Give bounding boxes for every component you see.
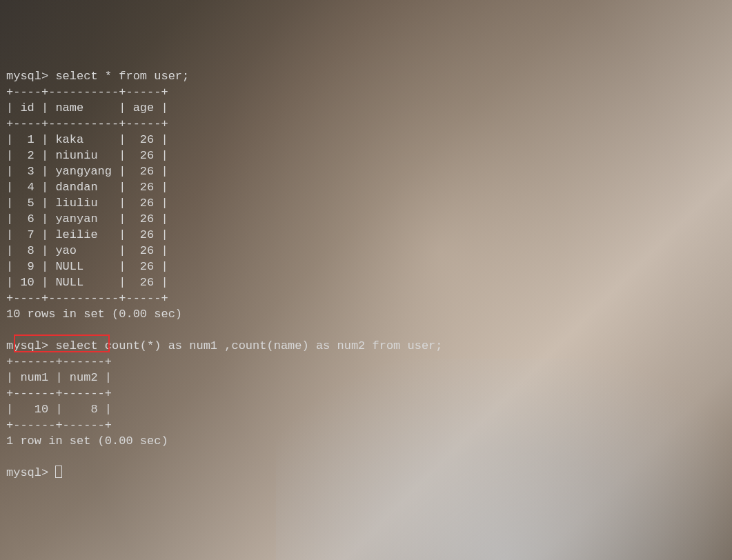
table1-row: | 1 | kaka | 26 | (6, 133, 168, 146)
table1-row: | 2 | niuniu | 26 | (6, 149, 168, 162)
table1-separator: +----+----------+-----+ (6, 117, 168, 130)
query1-status: 10 rows in set (0.00 sec) (6, 308, 182, 321)
table1-row: | 3 | yangyang | 26 | (6, 165, 168, 178)
table2-row: | 10 | 8 | (6, 403, 112, 416)
table2-separator: +------+------+ (6, 355, 112, 368)
table1-row: | 10 | NULL | 26 | (6, 276, 168, 289)
mysql-prompt: mysql> (6, 339, 48, 352)
mysql-prompt: mysql> (6, 70, 48, 83)
table1-row: | 4 | dandan | 26 | (6, 181, 168, 194)
cursor-icon[interactable] (55, 466, 62, 478)
table1-row: | 8 | yao | 26 | (6, 244, 168, 257)
sql-command-2: select count(*) as num1 ,count(name) as … (55, 339, 442, 352)
table1-row: | 6 | yanyan | 26 | (6, 212, 168, 226)
table2-header: | num1 | num2 | (6, 371, 112, 384)
table1-row: | 9 | NULL | 26 | (6, 260, 168, 273)
table2-separator: +------+------+ (6, 419, 112, 432)
mysql-prompt: mysql> (6, 466, 48, 479)
terminal-output: mysql> select * from user; +----+-------… (6, 68, 726, 481)
table2-separator: +------+------+ (6, 387, 112, 400)
table1-row: | 7 | leilie | 26 | (6, 228, 168, 241)
table1-header: | id | name | age | (6, 101, 168, 114)
table1-row: | 5 | liuliu | 26 | (6, 197, 168, 210)
query2-status: 1 row in set (0.00 sec) (6, 434, 168, 448)
table1-separator: +----+----------+-----+ (6, 86, 168, 99)
table1-separator: +----+----------+-----+ (6, 292, 168, 305)
sql-command-1: select * from user; (55, 70, 189, 83)
